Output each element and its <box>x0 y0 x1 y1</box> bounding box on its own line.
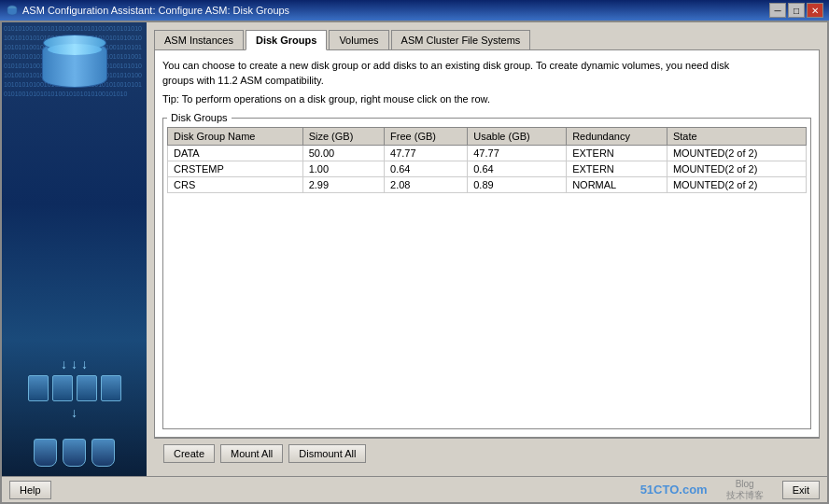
mount-all-button[interactable]: Mount All <box>220 444 283 463</box>
window-title: ASM Configuration Assistant: Configure A… <box>22 5 289 16</box>
watermark-suffix: .com <box>679 483 707 497</box>
col-header-state: State <box>667 128 806 146</box>
tab-asm-cluster[interactable]: ASM Cluster File Systems <box>391 30 531 50</box>
title-bar-controls: ─ □ ✕ <box>769 3 823 18</box>
blog-subtitle: 技术博客 <box>726 490 764 501</box>
desc-line2: groups with 11.2 ASM compatibility. <box>162 75 324 86</box>
cell-row1-col2: 0.64 <box>385 161 468 177</box>
minimize-button[interactable]: ─ <box>769 3 786 18</box>
disk-icons <box>11 439 137 467</box>
arrow-down-icon-2: ↓ <box>71 405 77 420</box>
cell-row1-col3: 0.64 <box>468 161 567 177</box>
disk-groups-fieldset: Disk Groups Disk Group Name Size (GB) Fr… <box>162 112 811 429</box>
cell-row1-col1: 1.00 <box>302 161 384 177</box>
cell-row0-col0: DATA <box>168 146 303 161</box>
help-button[interactable]: Help <box>9 481 51 499</box>
footer-right: 51CTO.com Blog 技术博客 Exit <box>640 479 820 501</box>
rack-unit <box>28 375 49 401</box>
blog-area: Blog 技术博客 <box>726 479 764 501</box>
cell-row0-col3: 47.77 <box>468 146 567 161</box>
app-icon <box>6 4 19 17</box>
cell-row1-col0: CRSTEMP <box>168 161 303 177</box>
disk-icon-3 <box>91 439 115 467</box>
title-bar: ASM Configuration Assistant: Configure A… <box>0 0 829 21</box>
tab-volumes[interactable]: Volumes <box>329 30 388 50</box>
content-area: 0101010010101010100101010101001010101010… <box>2 22 827 476</box>
cell-row2-col0: CRS <box>168 177 303 193</box>
col-header-name: Disk Group Name <box>168 128 303 146</box>
cell-row1-col5: MOUNTED(2 of 2) <box>667 161 806 177</box>
cell-row0-col4: EXTERN <box>567 146 667 161</box>
cell-row0-col2: 47.77 <box>385 146 468 161</box>
col-header-size: Size (GB) <box>302 128 384 146</box>
maximize-button[interactable]: □ <box>788 3 805 18</box>
database-icon <box>42 41 107 88</box>
table-row[interactable]: CRSTEMP1.000.640.64EXTERNMOUNTED(2 of 2) <box>168 161 807 177</box>
main-content: You can choose to create a new disk grou… <box>154 49 820 438</box>
disk-icon-1 <box>34 439 57 467</box>
table-row[interactable]: DATA50.0047.7747.77EXTERNMOUNTED(2 of 2) <box>168 146 807 161</box>
dismount-all-button[interactable]: Dismount All <box>288 444 366 463</box>
table-row[interactable]: CRS2.992.080.89NORMALMOUNTED(2 of 2) <box>168 177 807 193</box>
disk-groups-table: Disk Group Name Size (GB) Free (GB) Usab… <box>167 127 807 193</box>
cell-row0-col1: 50.00 <box>302 146 384 161</box>
main-window: 0101010010101010100101010101001010101010… <box>0 21 829 504</box>
watermark: 51CTO.com <box>640 483 708 497</box>
cell-row2-col2: 2.08 <box>385 177 468 193</box>
tab-disk-groups[interactable]: Disk Groups <box>246 30 327 50</box>
tab-asm-instances[interactable]: ASM Instances <box>154 30 244 50</box>
blog-label: Blog <box>736 479 754 490</box>
close-button[interactable]: ✕ <box>807 3 823 18</box>
table-header-row: Disk Group Name Size (GB) Free (GB) Usab… <box>168 128 807 146</box>
cell-row2-col3: 0.89 <box>468 177 567 193</box>
right-panel: ASM Instances Disk Groups Volumes ASM Cl… <box>147 22 827 476</box>
rack-unit <box>77 375 97 401</box>
cell-row1-col4: EXTERN <box>567 161 667 177</box>
arrow-down-icon: ↓ ↓ ↓ <box>61 357 88 371</box>
rack-row-1 <box>28 375 121 401</box>
cell-row2-col5: MOUNTED(2 of 2) <box>667 177 806 193</box>
col-header-redundancy: Redundancy <box>567 128 667 146</box>
cell-row2-col1: 2.99 <box>302 177 384 193</box>
left-panel: 0101010010101010100101010101001010101010… <box>2 22 147 476</box>
footer: Help 51CTO.com Blog 技术博客 Exit <box>2 476 827 502</box>
disk-icon-2 <box>63 439 86 467</box>
cell-row2-col4: NORMAL <box>567 177 667 193</box>
desc-line1: You can choose to create a new disk grou… <box>162 60 729 71</box>
tip-text: Tip: To perform operations on a disk gro… <box>162 93 811 105</box>
title-bar-left: ASM Configuration Assistant: Configure A… <box>6 4 289 17</box>
description: You can choose to create a new disk grou… <box>162 58 811 88</box>
col-header-usable: Usable (GB) <box>468 128 567 146</box>
tab-bar: ASM Instances Disk Groups Volumes ASM Cl… <box>154 30 820 50</box>
server-racks: ↓ ↓ ↓ ↓ <box>16 357 133 420</box>
bottom-bar: Create Mount All Dismount All <box>154 438 820 469</box>
cell-row0-col5: MOUNTED(2 of 2) <box>667 146 806 161</box>
watermark-text: 51CTO <box>640 483 680 497</box>
db-visual <box>11 41 137 88</box>
exit-button[interactable]: Exit <box>782 481 820 499</box>
rack-unit <box>52 375 73 401</box>
rack-unit <box>101 375 121 401</box>
col-header-free: Free (GB) <box>385 128 468 146</box>
create-button[interactable]: Create <box>163 444 215 463</box>
fieldset-legend: Disk Groups <box>167 112 232 123</box>
